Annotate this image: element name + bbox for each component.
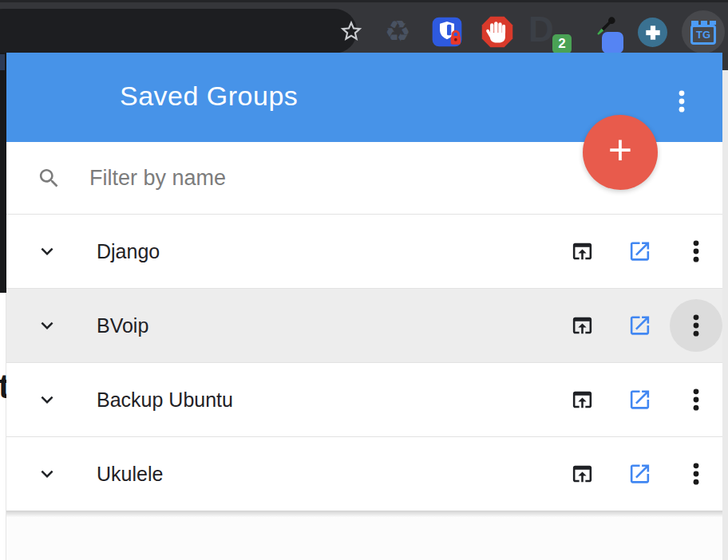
- group-row-backup-ubuntu[interactable]: Backup Ubuntu: [6, 362, 722, 436]
- chevron-down-icon[interactable]: [35, 462, 59, 486]
- restore-group-icon[interactable]: [570, 388, 595, 412]
- chevron-down-icon[interactable]: [35, 388, 59, 412]
- plus-icon: +: [608, 129, 632, 171]
- open-in-new-window-icon[interactable]: [627, 462, 652, 487]
- recycle-extension-icon[interactable]: ♻: [381, 13, 414, 49]
- page-behind-accent: [0, 54, 5, 70]
- picked-color-swatch: [602, 32, 623, 53]
- screen: ♻: [0, 0, 728, 560]
- header-menu-icon[interactable]: [668, 88, 695, 115]
- chevron-down-icon[interactable]: [35, 239, 59, 263]
- saved-groups-popup: Saved Groups + Django: [6, 53, 722, 560]
- chevron-down-icon[interactable]: [35, 314, 59, 337]
- adblock-extension-icon[interactable]: [480, 14, 515, 49]
- group-row-ukulele[interactable]: Ukulele: [6, 436, 722, 511]
- page-behind-right-dark: [722, 53, 728, 70]
- shield-lock-icon: [431, 16, 463, 48]
- address-bar[interactable]: [0, 9, 357, 53]
- stop-hand-icon: [480, 14, 515, 49]
- bookmark-star-icon[interactable]: [338, 18, 364, 44]
- row-menu-icon[interactable]: [682, 312, 710, 339]
- row-menu-icon[interactable]: [682, 238, 710, 265]
- card-bottom-shadow: [6, 511, 722, 518]
- dark-reader-extension-icon[interactable]: D 2: [525, 7, 567, 52]
- filter-input[interactable]: [89, 158, 536, 198]
- cross-circle-extension-icon[interactable]: [638, 18, 667, 47]
- row-menu-icon[interactable]: [682, 460, 710, 487]
- page-title: Saved Groups: [120, 81, 298, 112]
- open-in-new-window-icon[interactable]: [627, 239, 652, 264]
- page-behind-right-strip: [722, 70, 728, 560]
- dark-reader-letter: D: [528, 10, 554, 49]
- tab-groups-extension-icon[interactable]: TG: [682, 10, 725, 53]
- tab-groups-glyph: TG: [690, 18, 717, 45]
- group-name: Django: [97, 240, 160, 263]
- group-name: Ukulele: [97, 463, 163, 486]
- extension-badge-count: 2: [552, 34, 572, 53]
- group-name: Backup Ubuntu: [97, 388, 233, 412]
- tg-label: TG: [690, 25, 716, 45]
- recycle-icon: ♻: [384, 14, 410, 49]
- open-in-new-window-icon[interactable]: [627, 314, 652, 338]
- color-picker-extension-icon[interactable]: [584, 7, 628, 53]
- group-row-django[interactable]: Django: [6, 214, 722, 288]
- row-menu-icon[interactable]: [682, 386, 710, 413]
- search-icon: [37, 166, 61, 191]
- group-name: BVoip: [97, 314, 148, 337]
- group-row-bvoip[interactable]: BVoip: [6, 288, 722, 362]
- popup-footer: [6, 518, 722, 560]
- restore-group-icon[interactable]: [570, 314, 595, 338]
- restore-group-icon[interactable]: [570, 239, 595, 264]
- password-manager-extension-icon[interactable]: [431, 16, 463, 48]
- group-list: Django BVoip: [6, 214, 722, 511]
- add-group-button[interactable]: +: [583, 115, 658, 190]
- browser-toolbar: ♻: [0, 0, 728, 53]
- plus-cross-icon: [644, 24, 662, 41]
- restore-group-icon[interactable]: [570, 462, 595, 487]
- open-in-new-window-icon[interactable]: [627, 388, 652, 412]
- page-behind-dark-strip: [0, 53, 6, 293]
